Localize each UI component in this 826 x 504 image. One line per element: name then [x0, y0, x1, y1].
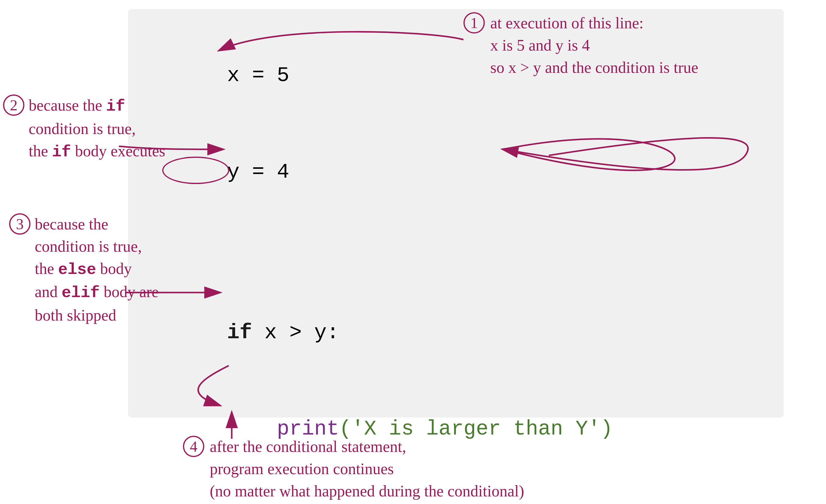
- kw-if: if: [227, 321, 252, 344]
- ann3-line3: the else body: [35, 258, 159, 281]
- annotation-4: 4 after the conditional statement, progr…: [183, 436, 524, 502]
- ann3-line4: and elif body are: [35, 281, 159, 304]
- ann4-line1: after the conditional statement,: [210, 436, 524, 458]
- ann4-line2: program execution continues: [210, 458, 524, 480]
- circle-2: 2: [3, 94, 24, 116]
- ann2-line2: condition is true,: [28, 118, 165, 140]
- ann1-text: at execution of this line: x is 5 and y …: [490, 12, 698, 79]
- ann3-elif-code: elif: [62, 284, 100, 302]
- code-line-if: if x > y:: [153, 284, 759, 381]
- y-oval-highlight: [162, 156, 229, 184]
- ann3-line2: condition is true,: [35, 236, 159, 258]
- annotation-3: 3 because the condition is true, the els…: [9, 213, 159, 327]
- ann1-line3: so x > y and the condition is true: [490, 57, 698, 79]
- ann3-line5: both skipped: [35, 304, 159, 327]
- code-line-2: y = 4: [153, 124, 759, 252]
- circle-4: 4: [183, 436, 204, 457]
- ann4-text: after the conditional statement, program…: [210, 436, 524, 502]
- ann1-line1: at execution of this line:: [490, 12, 698, 35]
- ann1-line2: x is 5 and y is 4: [490, 35, 698, 57]
- ann3-text: because the condition is true, the else …: [35, 213, 159, 327]
- annotation-2: 2 because the if condition is true, the …: [3, 94, 165, 163]
- code-line-blank1: [153, 252, 759, 284]
- annotation-1: 1 at execution of this line: x is 5 and …: [464, 12, 698, 79]
- ann2-if2-code: if: [52, 143, 71, 161]
- ann2-line1: because the if: [28, 94, 165, 118]
- code-block: x = 5 y = 4 if x > y: print('X is larger…: [153, 27, 759, 504]
- ann3-line1: because the: [35, 213, 159, 236]
- ann2-line3: the if body executes: [28, 140, 165, 164]
- ann4-line3: (no matter what happened during the cond…: [210, 480, 524, 502]
- circle-1: 1: [464, 12, 485, 34]
- ann2-if-code: if: [106, 98, 125, 116]
- ann3-else-code: else: [58, 261, 96, 279]
- code-x-assign: x = 5: [227, 64, 289, 87]
- circle-3: 3: [9, 213, 31, 235]
- code-y-assign: y = 4: [227, 160, 289, 184]
- ann2-text: because the if condition is true, the if…: [28, 94, 165, 163]
- if-condition: x > y:: [252, 321, 339, 344]
